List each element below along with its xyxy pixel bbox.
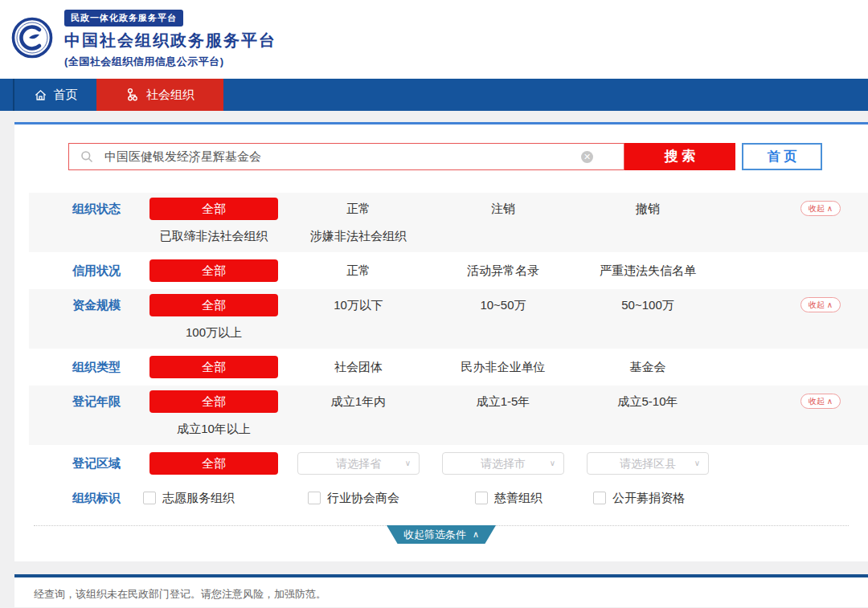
filter-option[interactable]: 严重违法失信名单 bbox=[575, 257, 720, 284]
filter-row-1: 信用状况全部正常活动异常名录严重违法失信名单 bbox=[29, 255, 868, 287]
checkbox[interactable] bbox=[475, 492, 488, 504]
search-input[interactable] bbox=[104, 150, 581, 164]
filter-option[interactable]: 10~50万 bbox=[431, 292, 575, 319]
filter-row-label: 组织状态 bbox=[72, 195, 141, 250]
filter-option[interactable]: 撤销 bbox=[575, 195, 720, 222]
search-button[interactable]: 搜 索 bbox=[624, 143, 735, 170]
filter-row-label: 登记区域 bbox=[72, 450, 141, 477]
filter-option[interactable]: 社会团体 bbox=[286, 353, 431, 381]
filter-option[interactable]: 注销 bbox=[431, 195, 575, 222]
row-collapse-button[interactable]: 收起 ∧ bbox=[800, 394, 841, 409]
chevron-down-icon: ∨ bbox=[405, 453, 411, 474]
filter-row-label: 组织类型 bbox=[72, 353, 141, 381]
result-message: 经查询，该组织未在民政部门登记。请您注意风险，加强防范。 bbox=[14, 577, 868, 602]
collapse-filters-button[interactable]: 收起筛选条件 ∧ bbox=[387, 525, 496, 544]
filter-option[interactable]: 成立5-10年 bbox=[575, 388, 720, 415]
filter-option[interactable]: 正常 bbox=[286, 195, 431, 222]
chevron-up-icon: ∧ bbox=[473, 529, 479, 540]
home-button[interactable]: 首 页 bbox=[742, 143, 822, 170]
org-chart-icon bbox=[125, 88, 140, 102]
checkbox[interactable] bbox=[143, 492, 156, 504]
region-select[interactable]: 请选择市∨ bbox=[442, 452, 564, 475]
nav-tab-label: 社会组织 bbox=[146, 88, 194, 103]
filter-row-6: 组织标识志愿服务组织行业协会商会慈善组织公开募捐资格 bbox=[29, 482, 868, 514]
header-badge: 民政一体化政务服务平台 bbox=[64, 10, 183, 27]
filter-row-4: 登记年限全部成立1年内成立1-5年成立5-10年成立10年以上收起 ∧ bbox=[29, 386, 868, 445]
filter-row-label: 信用状况 bbox=[72, 257, 141, 284]
filter-row-label: 组织标识 bbox=[72, 484, 141, 512]
filter-row-5: 登记区域全部请选择省∨请选择市∨请选择区县∨ bbox=[29, 447, 868, 479]
filter-option[interactable]: 涉嫌非法社会组织 bbox=[286, 222, 431, 250]
main-nav: 首页 社会组织 bbox=[0, 79, 868, 111]
filter-option-selected[interactable]: 全部 bbox=[149, 198, 278, 220]
checkbox-label: 公开募捐资格 bbox=[612, 484, 685, 512]
filter-option[interactable]: 成立1-5年 bbox=[431, 388, 575, 415]
search-input-wrapper: ✕ bbox=[68, 143, 624, 170]
filter-option[interactable]: 基金会 bbox=[575, 353, 720, 381]
select-placeholder: 请选择省 bbox=[336, 457, 381, 470]
filter-option-selected[interactable]: 全部 bbox=[149, 259, 278, 282]
nav-tab-label: 首页 bbox=[54, 88, 78, 103]
checkbox-label: 慈善组织 bbox=[494, 484, 542, 512]
filter-option-selected[interactable]: 全部 bbox=[149, 294, 278, 316]
page-subtitle: (全国社会组织信用信息公示平台) bbox=[64, 55, 868, 69]
row-collapse-button[interactable]: 收起 ∧ bbox=[800, 201, 841, 216]
checkbox-label: 行业协会商会 bbox=[327, 484, 399, 512]
filter-option[interactable]: 正常 bbox=[286, 257, 431, 284]
filter-row-0: 组织状态全部正常注销撤销已取缔非法社会组织涉嫌非法社会组织收起 ∧ bbox=[29, 193, 868, 252]
chevron-down-icon: ∨ bbox=[550, 453, 555, 474]
home-icon bbox=[34, 88, 47, 102]
checkbox[interactable] bbox=[593, 492, 606, 504]
filter-option[interactable]: 活动异常名录 bbox=[431, 257, 575, 284]
search-icon bbox=[80, 150, 93, 163]
filter-option[interactable]: 10万以下 bbox=[286, 292, 431, 319]
result-panel: 经查询，该组织未在民政部门登记。请您注意风险，加强防范。 bbox=[14, 574, 868, 607]
filter-option-selected[interactable]: 全部 bbox=[149, 390, 278, 413]
filter-row-3: 组织类型全部社会团体民办非企业单位基金会 bbox=[29, 351, 868, 383]
region-select[interactable]: 请选择区县∨ bbox=[587, 452, 709, 475]
filter-rows: 组织状态全部正常注销撤销已取缔非法社会组织涉嫌非法社会组织收起 ∧信用状况全部正… bbox=[14, 193, 868, 514]
filter-option-selected[interactable]: 全部 bbox=[149, 452, 278, 475]
select-placeholder: 请选择区县 bbox=[620, 457, 676, 470]
filter-option-selected[interactable]: 全部 bbox=[149, 356, 278, 378]
filter-option[interactable]: 50~100万 bbox=[575, 292, 720, 319]
filter-option[interactable]: 成立1年内 bbox=[286, 388, 431, 415]
filter-option[interactable]: 已取缔非法社会组织 bbox=[141, 222, 286, 250]
filter-row-2: 资金规模全部10万以下10~50万50~100万100万以上收起 ∧ bbox=[29, 289, 868, 349]
chevron-down-icon: ∨ bbox=[694, 453, 700, 474]
filter-option[interactable]: 成立10年以上 bbox=[141, 415, 286, 443]
platform-logo-icon bbox=[11, 17, 53, 59]
checkbox[interactable] bbox=[308, 492, 321, 504]
nav-tab-social-org[interactable]: 社会组织 bbox=[96, 79, 223, 111]
filter-option[interactable]: 100万以上 bbox=[141, 319, 286, 346]
region-select[interactable]: 请选择省∨ bbox=[297, 452, 420, 475]
filter-row-label: 资金规模 bbox=[72, 292, 141, 346]
search-bar: ✕ 搜 索 首 页 bbox=[14, 124, 868, 170]
nav-divider bbox=[0, 79, 14, 111]
checkbox-label: 志愿服务组织 bbox=[162, 484, 235, 512]
collapse-filters-label: 收起筛选条件 bbox=[403, 528, 466, 542]
select-placeholder: 请选择市 bbox=[481, 457, 526, 470]
page-title: 中国社会组织政务服务平台 bbox=[64, 30, 868, 51]
site-header: 民政一体化政务服务平台 中国社会组织政务服务平台 (全国社会组织信用信息公示平台… bbox=[0, 0, 868, 79]
search-filter-panel: ✕ 搜 索 首 页 组织状态全部正常注销撤销已取缔非法社会组织涉嫌非法社会组织收… bbox=[14, 122, 868, 561]
row-collapse-button[interactable]: 收起 ∧ bbox=[800, 297, 841, 312]
clear-icon[interactable]: ✕ bbox=[581, 151, 593, 163]
nav-tab-home[interactable]: 首页 bbox=[14, 79, 96, 111]
filter-option[interactable]: 民办非企业单位 bbox=[431, 353, 575, 381]
filter-row-label: 登记年限 bbox=[72, 388, 141, 443]
